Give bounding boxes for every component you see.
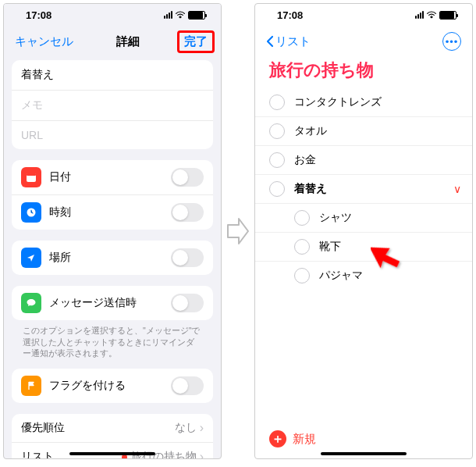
ellipsis-icon: ••• bbox=[446, 36, 459, 48]
date-toggle[interactable] bbox=[171, 168, 204, 187]
done-button[interactable]: 完了 bbox=[184, 34, 208, 48]
cancel-button[interactable]: キャンセル bbox=[10, 31, 78, 52]
status-icons bbox=[164, 11, 205, 20]
title-field[interactable]: 着替え bbox=[12, 60, 213, 91]
list-subitem[interactable]: 靴下 bbox=[255, 233, 472, 262]
back-label: リスト bbox=[275, 34, 311, 49]
location-row[interactable]: 場所 bbox=[12, 241, 213, 275]
checkbox-circle[interactable] bbox=[294, 210, 310, 226]
battery-icon bbox=[439, 11, 456, 20]
battery-icon bbox=[188, 11, 205, 20]
message-card: メッセージ送信時 bbox=[12, 286, 213, 320]
list-item[interactable]: コンタクトレンズ bbox=[255, 88, 472, 117]
chevron-left-icon bbox=[266, 35, 274, 48]
status-bar: 17:08 bbox=[4, 4, 221, 26]
message-icon bbox=[21, 293, 41, 313]
nav-bar: キャンセル 詳細 完了 bbox=[4, 26, 221, 57]
list-subitem[interactable]: シャツ bbox=[255, 204, 472, 233]
signal-icon bbox=[164, 11, 172, 19]
wifi-icon bbox=[426, 11, 437, 19]
nav-bar: リスト ••• bbox=[255, 26, 472, 57]
clock-icon bbox=[21, 202, 41, 223]
flag-card: フラグを付ける bbox=[12, 369, 213, 403]
svg-rect-1 bbox=[27, 173, 36, 176]
time-label: 時刻 bbox=[49, 205, 171, 219]
list-item-parent[interactable]: 着替え ∨ bbox=[255, 175, 472, 204]
item-label: タオル bbox=[294, 124, 472, 138]
item-label: お金 bbox=[294, 153, 472, 167]
list-item[interactable]: お金 bbox=[255, 146, 472, 175]
location-toggle[interactable] bbox=[171, 248, 204, 267]
list-title: 旅行の持ち物 bbox=[255, 57, 472, 88]
checkbox-circle[interactable] bbox=[269, 152, 285, 168]
home-indicator[interactable] bbox=[321, 452, 407, 455]
status-bar: 17:08 bbox=[255, 4, 472, 26]
pointer-arrow-icon bbox=[371, 238, 407, 274]
location-label: 場所 bbox=[49, 251, 171, 265]
back-button[interactable]: リスト bbox=[266, 34, 311, 49]
home-indicator[interactable] bbox=[69, 452, 155, 455]
item-label: 着替え bbox=[294, 182, 453, 196]
datetime-card: 日付 時刻 bbox=[12, 160, 213, 230]
message-label: メッセージ送信時 bbox=[49, 296, 171, 310]
phone-list-screen: 17:08 リスト ••• 旅行の持ち物 コンタクトレンズ タオル お金 bbox=[254, 3, 473, 459]
list-subitem[interactable]: パジャマ bbox=[255, 262, 472, 290]
date-row[interactable]: 日付 bbox=[12, 160, 213, 195]
nav-title: 詳細 bbox=[116, 34, 140, 49]
url-field[interactable]: URL bbox=[12, 121, 213, 149]
transition-arrow-container bbox=[226, 3, 250, 459]
item-label: コンタクトレンズ bbox=[294, 95, 472, 109]
more-button[interactable]: ••• bbox=[442, 32, 461, 51]
checkbox-circle[interactable] bbox=[294, 239, 310, 255]
message-toggle[interactable] bbox=[171, 294, 204, 312]
checkbox-circle[interactable] bbox=[269, 181, 285, 197]
wifi-icon bbox=[175, 11, 186, 19]
detail-content: 着替え メモ URL 日付 時刻 場所 bbox=[4, 57, 221, 458]
message-row[interactable]: メッセージ送信時 bbox=[12, 286, 213, 320]
location-icon bbox=[21, 248, 41, 268]
priority-row[interactable]: 優先順位 なし › bbox=[12, 414, 213, 443]
chevron-right-icon: › bbox=[200, 421, 204, 435]
transition-arrow-icon bbox=[226, 216, 250, 247]
flag-row[interactable]: フラグを付ける bbox=[12, 369, 213, 403]
reminder-list: コンタクトレンズ タオル お金 着替え ∨ シャツ 靴下 パジャマ bbox=[255, 88, 472, 458]
checkbox-circle[interactable] bbox=[269, 123, 285, 139]
flag-toggle[interactable] bbox=[171, 376, 204, 395]
checkbox-circle[interactable] bbox=[269, 94, 285, 110]
time-row[interactable]: 時刻 bbox=[12, 195, 213, 230]
flag-icon bbox=[21, 376, 41, 396]
priority-value: なし bbox=[175, 421, 197, 435]
new-reminder-button[interactable]: ＋ 新規 bbox=[269, 430, 316, 447]
chevron-right-icon: › bbox=[200, 450, 204, 458]
time-toggle[interactable] bbox=[171, 203, 204, 222]
calendar-icon bbox=[21, 167, 41, 187]
location-card: 場所 bbox=[12, 241, 213, 275]
status-icons bbox=[415, 11, 456, 20]
item-label: シャツ bbox=[319, 211, 472, 225]
date-label: 日付 bbox=[49, 170, 171, 184]
memo-field[interactable]: メモ bbox=[12, 91, 213, 121]
list-item[interactable]: タオル bbox=[255, 117, 472, 146]
plus-icon: ＋ bbox=[269, 430, 286, 447]
checkbox-circle[interactable] bbox=[294, 268, 310, 283]
phone-detail-screen: 17:08 キャンセル 詳細 完了 着替え メモ URL 日付 時刻 bbox=[3, 3, 222, 459]
flag-label: フラグを付ける bbox=[49, 379, 171, 393]
list-row[interactable]: リスト 旅行の持ち物 › bbox=[12, 443, 213, 458]
collapse-icon[interactable]: ∨ bbox=[453, 183, 472, 195]
done-button-highlight: 完了 bbox=[177, 30, 215, 53]
priority-label: 優先順位 bbox=[21, 421, 175, 435]
status-time: 17:08 bbox=[26, 9, 52, 21]
message-hint: このオプションを選択すると、"メッセージ"で選択した人とチャットするときにリマイ… bbox=[12, 320, 213, 369]
title-card: 着替え メモ URL bbox=[12, 60, 213, 149]
signal-icon bbox=[415, 11, 424, 19]
status-time: 17:08 bbox=[277, 9, 303, 21]
new-label: 新規 bbox=[293, 432, 316, 447]
